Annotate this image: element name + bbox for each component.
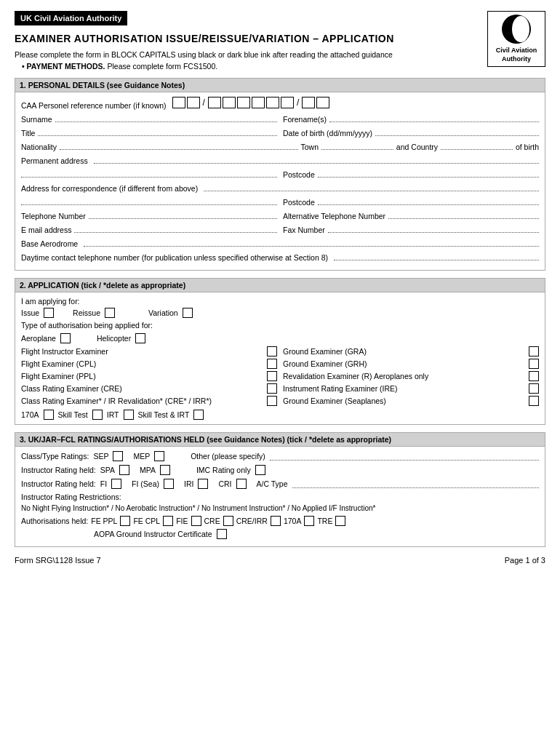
section-personal-details: 1. PERSONAL DETAILS (see Guidance Notes)… [15, 78, 545, 271]
aeroplane-checkbox[interactable] [60, 333, 71, 343]
fe-cpl-checkbox[interactable] [163, 516, 173, 526]
gra-checkbox[interactable] [529, 346, 539, 356]
mpa-checkbox[interactable] [160, 465, 170, 475]
type-row: Type of authorisation being applied for: [21, 321, 539, 330]
170a-auth-checkbox[interactable] [304, 516, 314, 526]
ref-box-8[interactable] [281, 97, 294, 108]
postcode2-input[interactable] [318, 196, 539, 205]
ref-box-4[interactable] [223, 97, 236, 108]
email-fax-row: E mail address Fax Number [21, 224, 539, 234]
applying-for-text: I am applying for: [21, 297, 539, 306]
examiner-grid: Flight Instructor Examiner Ground Examin… [21, 346, 539, 406]
fi-sea-checkbox[interactable] [164, 479, 174, 489]
ref-box-9[interactable] [302, 97, 315, 108]
cpl-label: Flight Examiner (CPL) [21, 359, 261, 368]
seaplane-label-cell: Ground Examiner (Seaplanes) [283, 396, 523, 406]
sep-checkbox[interactable] [113, 451, 123, 461]
irt-checkbox[interactable] [124, 410, 134, 420]
cre-examiner-label: Class Rating Examiner (CRE) [21, 384, 261, 393]
helicopter-checkbox[interactable] [135, 333, 145, 343]
header-left: UK Civil Aviation Authority EXAMINER AUT… [15, 11, 394, 71]
alt-tel-input[interactable] [388, 210, 539, 219]
skill-test-irt-checkbox[interactable] [193, 410, 204, 420]
fe-ppl-checkbox[interactable] [120, 516, 130, 526]
skill-test-checkbox[interactable] [92, 410, 103, 420]
ppl-checkbox[interactable] [267, 371, 277, 381]
cre-auth-checkbox[interactable] [223, 516, 233, 526]
dob-input[interactable] [375, 127, 539, 136]
section2-body: I am applying for: Issue Reissue Variati… [15, 292, 545, 424]
perm-address-input[interactable] [94, 155, 539, 164]
instr-rating2-row: Instructor Rating held: FI FI (Sea) IRI … [21, 479, 539, 489]
cre-checkbox[interactable] [267, 383, 277, 394]
fe-ppl-label: FE PPL [91, 517, 117, 525]
tel-input[interactable] [89, 210, 277, 219]
base-label: Base Aerodrome [21, 239, 78, 248]
reval-checkbox[interactable] [529, 371, 539, 381]
variation-checkbox[interactable] [183, 308, 193, 318]
corr-address-input[interactable] [204, 183, 539, 191]
mep-checkbox[interactable] [154, 451, 164, 461]
ref-box-10[interactable] [316, 97, 329, 108]
perm-address2-input[interactable] [21, 169, 277, 178]
fie-auth-checkbox[interactable] [191, 516, 201, 526]
title-input[interactable] [38, 127, 277, 136]
forenames-input[interactable] [329, 113, 539, 122]
issue-checkbox[interactable] [44, 308, 54, 318]
ref-box-7[interactable] [266, 97, 279, 108]
perm-address2-row: Postcode [21, 169, 539, 179]
ire-label: Instrument Rating Examiner (IRE) [283, 384, 523, 393]
ref-box-1[interactable] [172, 97, 185, 108]
aopa-checkbox[interactable] [217, 529, 227, 539]
postcode-input[interactable] [318, 169, 539, 178]
ref-box-6[interactable] [252, 97, 265, 108]
form-title: EXAMINER AUTHORISATION ISSUE/REISSUE/VAR… [15, 33, 394, 44]
surname-input[interactable] [55, 113, 277, 122]
aircraft-type-row: Aeroplane Helicopter [21, 333, 539, 343]
irt-label: IRT [107, 410, 119, 419]
fi-checkbox[interactable] [111, 479, 121, 489]
base-input[interactable] [84, 238, 539, 247]
town-input[interactable] [321, 141, 393, 150]
cri-checkbox[interactable] [236, 479, 247, 489]
nationality-input[interactable] [60, 141, 297, 150]
cre-label-cell: Class Rating Examiner (CRE) [21, 383, 261, 394]
surname-forenames-row: Surname Forename(s) [21, 113, 539, 124]
ref-box-5[interactable] [237, 97, 250, 108]
title-label: Title [21, 129, 35, 138]
ac-type-input[interactable] [292, 479, 539, 488]
payment-label [22, 62, 27, 71]
payment-bold-label: PAYMENT METHODS. [27, 62, 105, 71]
section-ratings: 3. UK/JAR–FCL RATINGS/AUTHORISATIONS HEL… [15, 432, 545, 547]
ref-box-3[interactable] [208, 97, 221, 108]
fi-label: FI [100, 479, 107, 488]
cpl-checkbox[interactable] [267, 359, 277, 369]
corr-address2-input[interactable] [21, 196, 277, 205]
seaplane-checkbox[interactable] [529, 396, 539, 406]
gra-label: Ground Examiner (GRA) [283, 347, 523, 356]
sep-label: SEP [93, 452, 108, 461]
postcode2-field: Postcode [283, 196, 539, 207]
email-input[interactable] [74, 224, 277, 233]
grh-checkbox[interactable] [529, 359, 539, 369]
country-label: and Country [396, 143, 438, 151]
ire-checkbox[interactable] [529, 383, 539, 394]
imc-checkbox[interactable] [255, 465, 265, 475]
cre-irr-checkbox[interactable] [267, 396, 277, 406]
other-input[interactable] [270, 452, 539, 461]
logo-text: Civil AviationAuthority [496, 47, 537, 63]
170a-checkbox[interactable] [44, 410, 54, 420]
cre-irr-auth-checkbox[interactable] [271, 516, 281, 526]
fie-checkbox[interactable] [267, 346, 277, 356]
cre-irr-auth-label: CRE/IRR [236, 517, 268, 525]
iri-checkbox[interactable] [198, 479, 208, 489]
postcode-field: Postcode [283, 169, 539, 179]
reissue-checkbox[interactable] [105, 308, 115, 318]
daytime-input[interactable] [334, 252, 539, 260]
spa-checkbox[interactable] [119, 465, 129, 475]
title-field: Title [21, 127, 277, 138]
tre-checkbox[interactable] [335, 516, 345, 526]
fax-input[interactable] [328, 224, 539, 233]
ref-box-2[interactable] [187, 97, 200, 108]
country-input[interactable] [441, 141, 513, 150]
